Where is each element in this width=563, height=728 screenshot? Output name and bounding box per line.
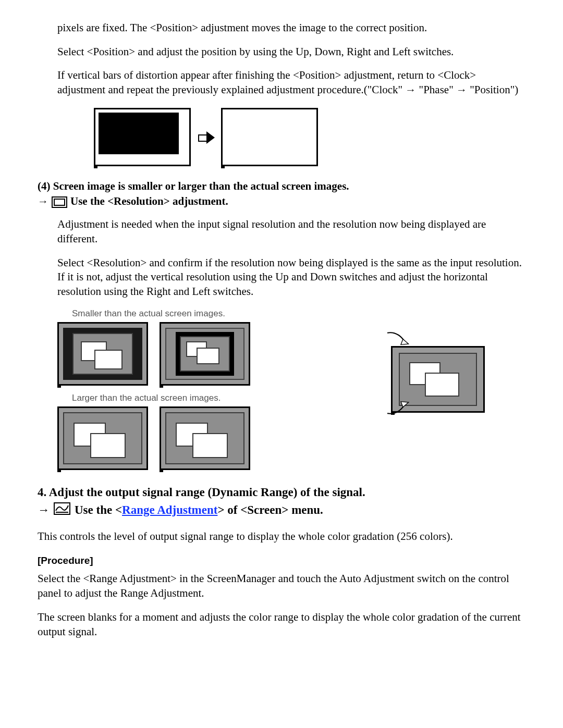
row-smaller: [57, 322, 375, 386]
section4-heading: (4) Screen image is smaller or larger th…: [38, 180, 525, 193]
monitor-before-icon: [94, 108, 191, 166]
document-page: pixels are fixed. The <Position> adjustm…: [0, 0, 563, 680]
caption-larger: Larger than the actual screen images.: [72, 393, 375, 403]
paragraph: Adjustment is needed when the input sign…: [57, 217, 525, 246]
section4-instruction: → Use the <Resolution> adjustment.: [38, 195, 525, 208]
monitor-larger-a-icon: [57, 406, 148, 470]
arrow-down-right-icon: [383, 329, 413, 350]
arrow-right-icon: [198, 132, 214, 142]
position-figure: [94, 108, 525, 166]
section4-body: Adjustment is needed when the input sign…: [38, 217, 525, 299]
svg-marker-3: [401, 401, 409, 407]
monitor-after-icon: [221, 108, 318, 166]
monitor-smaller-a-icon: [57, 322, 148, 386]
caption-smaller: Smaller than the actual screen images.: [72, 309, 375, 319]
range-adjustment-link[interactable]: Range Adjustment: [122, 503, 217, 516]
arrow-text-icon: →: [38, 195, 48, 208]
instruction-text: Use the <Range Adjustment> of <Screen> m…: [75, 503, 323, 517]
arrow-text-icon: →: [38, 503, 50, 517]
row-larger: [57, 406, 375, 470]
paragraph: If vertical bars of distortion appear af…: [57, 68, 525, 97]
paragraph: Select <Resolution> and confirm if the r…: [57, 256, 525, 299]
resolution-icon: [52, 195, 67, 208]
paragraph: Select the <Range Adjustment> in the Scr…: [38, 572, 525, 600]
procedure-heading: [Procedure]: [38, 555, 525, 566]
monitor-smaller-b-icon: [160, 322, 250, 386]
arrow-up-right-icon: [383, 396, 413, 417]
step4-instruction: → Use the <Range Adjustment> of <Screen>…: [38, 502, 525, 518]
step4-heading: 4. Adjust the output signal range (Dynam…: [38, 486, 525, 499]
paragraph: pixels are fixed. The <Position> adjustm…: [57, 21, 525, 35]
range-icon: [54, 502, 70, 518]
paragraph: This controls the level of output signal…: [38, 529, 525, 544]
monitor-larger-b-icon: [160, 406, 250, 470]
svg-marker-2: [401, 339, 409, 344]
instruction-text: Use the <Resolution> adjustment.: [70, 195, 228, 208]
resolution-figure: Smaller than the actual screen images. L…: [57, 309, 375, 470]
paragraph: Select <Position> and adjust the positio…: [57, 45, 525, 59]
paragraph: The screen blanks for a moment and adjus…: [38, 610, 525, 639]
intro-block: pixels are fixed. The <Position> adjustm…: [38, 21, 525, 166]
